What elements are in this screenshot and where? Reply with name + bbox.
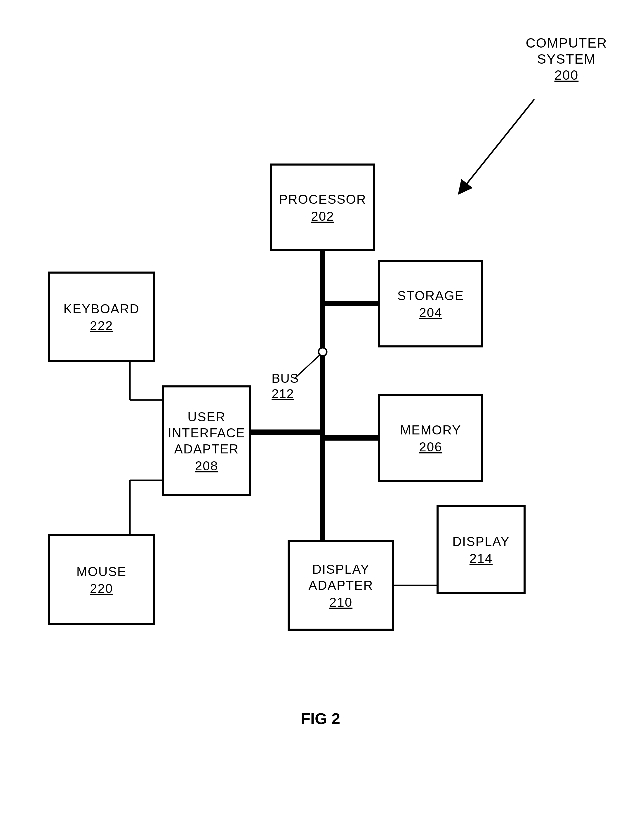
figure-label: FIG 2 — [301, 709, 340, 728]
mouse-label: MOUSE — [76, 564, 126, 579]
keyboard-label: KEYBOARD — [63, 301, 140, 317]
diagram-stage: COMPUTER SYSTEM 200 BUS 212 PROCESSOR 20… — [0, 0, 638, 840]
display-adapter-label: DISPLAY ADAPTER — [309, 561, 373, 593]
display-adapter-ref: 210 — [329, 595, 352, 609]
mouse-box: MOUSE 220 — [48, 534, 155, 625]
memory-ref: 206 — [419, 440, 442, 454]
memory-box: MEMORY 206 — [378, 394, 483, 482]
storage-box: STORAGE 204 — [378, 260, 483, 347]
storage-ref: 204 — [419, 305, 442, 320]
ui-adapter-ref: 208 — [195, 459, 218, 473]
bus-callout: BUS 212 — [272, 371, 310, 402]
bus-ref: 212 — [272, 386, 310, 402]
storage-label: STORAGE — [397, 287, 464, 304]
memory-label: MEMORY — [400, 422, 461, 438]
keyboard-ref: 222 — [90, 319, 113, 333]
display-box: DISPLAY 214 — [436, 505, 526, 594]
ui-adapter-label: USER INTERFACE ADAPTER — [168, 409, 245, 457]
bus-label: BUS — [272, 371, 299, 385]
keyboard-box: KEYBOARD 222 — [48, 272, 155, 362]
title-ref: 200 — [523, 67, 610, 83]
processor-ref: 202 — [311, 209, 334, 224]
mouse-ref: 220 — [90, 581, 113, 596]
processor-box: PROCESSOR 202 — [270, 164, 375, 251]
svg-line-14 — [464, 99, 534, 187]
diagram-title: COMPUTER SYSTEM 200 — [523, 35, 610, 84]
processor-label: PROCESSOR — [279, 191, 366, 207]
title-label: COMPUTER SYSTEM — [523, 35, 610, 67]
ui-adapter-box: USER INTERFACE ADAPTER 208 — [162, 385, 251, 496]
display-label: DISPLAY — [452, 534, 510, 549]
display-adapter-box: DISPLAY ADAPTER 210 — [287, 540, 394, 631]
display-ref: 214 — [469, 551, 493, 566]
